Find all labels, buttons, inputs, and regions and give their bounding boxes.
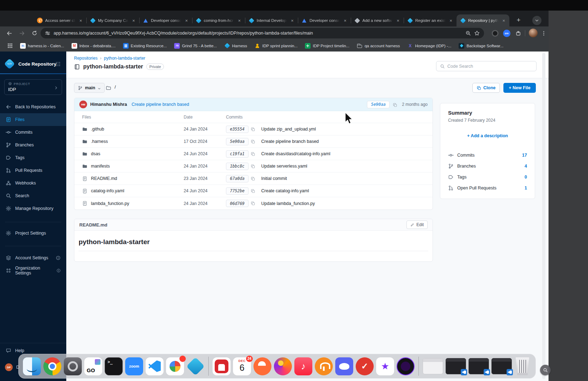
tab-close-icon[interactable] xyxy=(289,18,295,23)
breadcrumb-repositories-link[interactable]: Repositories xyxy=(74,56,98,61)
file-table-row[interactable]: .github 24 Jan 2024 e35554 Update zip_an… xyxy=(74,123,433,135)
dock-item[interactable] xyxy=(376,357,394,375)
dock-item[interactable] xyxy=(253,357,271,375)
browser-tab[interactable]: My Company Cat xyxy=(86,14,139,26)
dock-item[interactable]: zoom xyxy=(125,357,143,375)
new-file-button[interactable]: + New File xyxy=(503,83,536,93)
file-sha-chip[interactable]: 7752be xyxy=(226,187,249,195)
sidebar-item[interactable]: Back to Repositories xyxy=(0,101,66,113)
file-table-row[interactable]: .harness 17 Oct 2024 5e90aa Create pipel… xyxy=(74,135,433,148)
dock-item[interactable] xyxy=(166,357,184,375)
tab-close-icon[interactable] xyxy=(237,18,242,23)
dock-item[interactable]: DEC624 xyxy=(233,357,251,375)
dock-item[interactable]: >_ xyxy=(105,357,123,375)
browser-tab[interactable]: Access server cli xyxy=(33,14,86,26)
tab-close-icon[interactable] xyxy=(448,18,454,23)
sidebar-item[interactable]: Branches xyxy=(0,139,66,151)
file-name[interactable]: manifests xyxy=(91,164,110,169)
dock-item[interactable] xyxy=(397,357,415,375)
summary-stat-row[interactable]: Open Pull Requests 1 xyxy=(448,182,527,193)
dock-item[interactable] xyxy=(294,357,312,375)
browser-tab[interactable]: Register an existi xyxy=(404,14,457,26)
summary-stat-row[interactable]: Branches 4 xyxy=(448,161,527,171)
tab-close-icon[interactable] xyxy=(78,18,84,23)
sidebar-item[interactable]: Webhooks xyxy=(0,177,66,189)
clone-button[interactable]: Clone xyxy=(472,83,500,93)
dock-item[interactable] xyxy=(23,357,41,375)
tab-close-icon[interactable] xyxy=(342,18,348,23)
tab-search-button[interactable] xyxy=(532,16,541,25)
apps-grid-icon[interactable] xyxy=(7,43,13,49)
dock-item[interactable] xyxy=(274,357,292,375)
dock-item[interactable] xyxy=(491,358,512,374)
file-table-row[interactable]: README.md 23 Jan 2024 67a0da Initial com… xyxy=(74,173,433,185)
forward-button[interactable] xyxy=(18,29,26,37)
extensions-puzzle-icon[interactable] xyxy=(514,29,522,37)
file-sha-chip[interactable]: 5e90aa xyxy=(226,138,249,145)
dock-item[interactable] xyxy=(146,357,164,375)
file-name[interactable]: .harness xyxy=(91,139,108,144)
app-logo[interactable]: Code Repository xyxy=(6,60,56,68)
copy-icon[interactable] xyxy=(393,102,397,107)
browser-menu-icon[interactable] xyxy=(539,29,548,37)
bookmark-item[interactable]: qa account harness xyxy=(357,43,400,49)
dock-item[interactable] xyxy=(43,357,61,375)
file-sha-chip[interactable]: 67a0da xyxy=(226,175,249,182)
bookmark-item[interactable]: Grind 75 - A bette... xyxy=(174,43,217,49)
browser-tab[interactable]: Developer conso xyxy=(139,14,192,26)
file-name[interactable]: dsas xyxy=(91,151,100,156)
edit-button[interactable]: Edit xyxy=(406,220,428,229)
sidebar-item[interactable]: Files xyxy=(0,113,66,126)
code-search-box[interactable] xyxy=(436,61,537,71)
summary-stat-row[interactable]: Tags 0 xyxy=(448,171,527,182)
sidebar-item-help[interactable]: Help xyxy=(6,348,24,353)
breadcrumb-current-link[interactable]: python-lambda-starter xyxy=(104,56,145,61)
site-settings-icon[interactable] xyxy=(45,30,50,36)
browser-tab[interactable]: Developer conso xyxy=(298,14,351,26)
reload-button[interactable] xyxy=(30,29,39,37)
sidebar-item[interactable]: Organization Settings xyxy=(0,264,66,277)
profile-avatar[interactable] xyxy=(529,29,538,37)
copy-icon[interactable] xyxy=(251,164,255,169)
dock-item[interactable] xyxy=(335,357,353,375)
bookmark-item[interactable]: Existing Resource... xyxy=(123,43,167,49)
commit-sha-chip[interactable]: 5e90aa xyxy=(367,101,390,108)
path-root[interactable]: / xyxy=(115,84,116,90)
copy-icon[interactable] xyxy=(251,176,255,181)
tab-close-icon[interactable] xyxy=(131,18,136,23)
browser-tab[interactable]: Repository | pyth xyxy=(457,14,509,26)
page-scrollbar[interactable] xyxy=(542,53,545,379)
back-button[interactable] xyxy=(5,29,13,37)
file-table-row[interactable]: lambda_function.py 24 Jan 2024 06d769 Up… xyxy=(74,197,433,210)
bookmark-item[interactable]: Inbox - debabrata.... xyxy=(72,43,116,49)
sidebar-item[interactable]: Pull Requests xyxy=(0,164,66,177)
sidebar-item[interactable]: Manage Repository xyxy=(0,202,66,215)
sidebar-item[interactable]: Account Settings xyxy=(0,252,66,264)
dock-item[interactable] xyxy=(213,357,231,375)
copy-icon[interactable] xyxy=(251,201,255,206)
dock-item[interactable] xyxy=(514,357,531,375)
file-name[interactable]: README.md xyxy=(91,176,117,181)
copy-icon[interactable] xyxy=(251,189,255,193)
file-table-row[interactable]: dsas 24 Jun 2024 c19fa1 Create dsas/dasd… xyxy=(74,148,433,160)
commit-message-link[interactable]: Create pipeline branch based xyxy=(131,102,189,107)
tab-close-icon[interactable] xyxy=(184,18,189,23)
file-sha-chip[interactable]: 1bbc8c xyxy=(226,163,249,170)
dock-item[interactable] xyxy=(468,358,489,374)
file-name[interactable]: lambda_function.py xyxy=(91,201,129,206)
dock-item[interactable] xyxy=(446,358,466,374)
file-name[interactable]: catalog-info.yaml xyxy=(91,188,124,193)
copy-icon[interactable] xyxy=(251,127,255,132)
new-tab-button[interactable] xyxy=(514,16,523,25)
tab-close-icon[interactable] xyxy=(501,18,507,23)
bookmark-item[interactable]: Harness xyxy=(224,43,247,49)
file-table-row[interactable]: manifests 24 Jan 2024 1bbc8c Update serv… xyxy=(74,160,433,173)
address-bar[interactable]: app.harness.io/ng/account/6_vVHzo9Qeu9fX… xyxy=(41,28,484,38)
extension-icon[interactable] xyxy=(491,29,499,37)
project-selector[interactable]: PROJECT IDP xyxy=(4,79,62,95)
sidebar-item[interactable]: Project Settings xyxy=(0,227,66,240)
dock-item[interactable] xyxy=(64,357,82,375)
summary-stat-row[interactable]: Commits 17 xyxy=(448,150,527,161)
zoom-extension-icon[interactable]: zm xyxy=(502,29,511,37)
dock-item[interactable] xyxy=(356,357,374,375)
